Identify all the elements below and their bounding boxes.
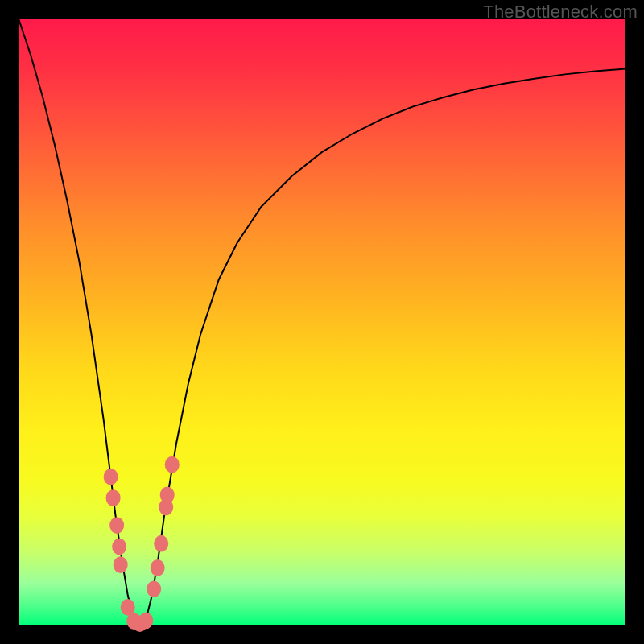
- data-point: [114, 556, 128, 573]
- chart-frame: TheBottleneck.com: [0, 0, 644, 644]
- data-point: [138, 613, 153, 630]
- data-point: [165, 456, 180, 473]
- data-point: [106, 489, 121, 506]
- data-point: [154, 535, 168, 552]
- data-point: [160, 487, 175, 504]
- data-point: [147, 580, 161, 597]
- data-points-group: [104, 456, 180, 632]
- watermark-text: TheBottleneck.com: [483, 2, 638, 23]
- data-point: [104, 469, 118, 485]
- data-point: [109, 517, 124, 534]
- plot-area: [19, 19, 625, 625]
- data-point: [112, 539, 126, 555]
- data-point: [151, 559, 165, 576]
- chart-svg: [19, 19, 625, 625]
- bottleneck-curve: [19, 19, 625, 625]
